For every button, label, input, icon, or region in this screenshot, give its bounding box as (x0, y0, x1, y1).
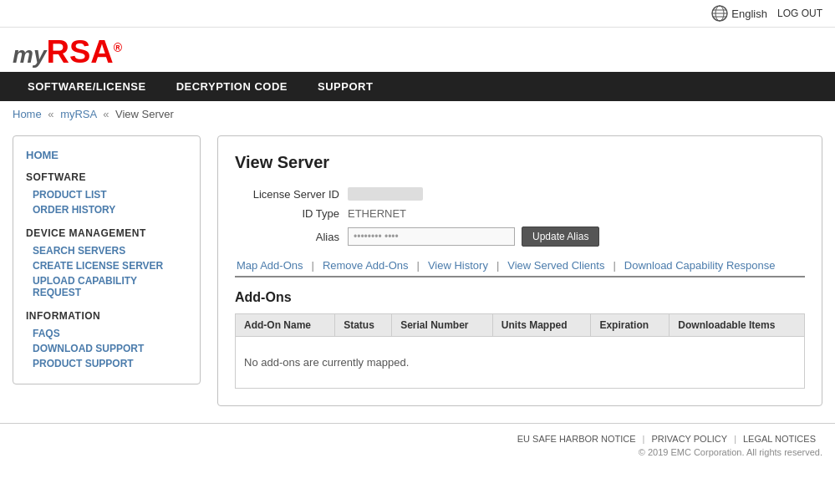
col-status: Status (335, 314, 392, 337)
top-bar: English LOG OUT (0, 0, 835, 28)
alias-row: Alias Update Alias (235, 227, 805, 247)
col-expiration: Expiration (591, 314, 670, 337)
logo-area: myRSA® (0, 28, 835, 72)
view-history-link[interactable]: View History (426, 259, 490, 272)
nav-support[interactable]: SUPPORT (303, 72, 388, 101)
action-links: Map Add-Ons | Remove Add-Ons | View Hist… (235, 259, 805, 277)
remove-addons-link[interactable]: Remove Add-Ons (321, 259, 410, 272)
no-addons-message: No add-ons are currently mapped. (244, 344, 796, 381)
language-selector[interactable]: English (711, 5, 767, 22)
sidebar-section-info-header: INFORMATION (26, 310, 187, 322)
license-server-id-value: •••••••• •••• (348, 187, 423, 201)
logout-link[interactable]: LOG OUT (777, 8, 822, 19)
map-addons-link[interactable]: Map Add-Ons (235, 259, 305, 272)
col-addon-name: Add-On Name (236, 314, 335, 337)
globe-icon (711, 5, 728, 22)
sidebar-item-upload-capability-request[interactable]: UPLOAD CAPABILITY REQUEST (26, 273, 187, 300)
breadcrumb-home[interactable]: Home (13, 108, 42, 120)
id-type-row: ID Type ETHERNET (235, 207, 805, 220)
sidebar-item-product-support[interactable]: PRODUCT SUPPORT (26, 356, 187, 371)
sidebar-item-order-history[interactable]: ORDER HISTORY (26, 202, 187, 217)
footer-privacy-policy[interactable]: PRIVACY POLICY (644, 434, 734, 444)
main-content: HOME SOFTWARE PRODUCT LIST ORDER HISTORY… (0, 127, 835, 423)
addons-table-header-row: Add-On Name Status Serial Number Units M… (236, 314, 805, 337)
update-alias-button[interactable]: Update Alias (522, 227, 599, 247)
col-downloadable-items: Downloadable Items (670, 314, 805, 337)
page-title: View Server (235, 153, 805, 172)
footer-links: EU SAFE HARBOR NOTICE | PRIVACY POLICY |… (13, 434, 822, 444)
top-bar-right: English LOG OUT (711, 5, 822, 22)
id-type-label: ID Type (235, 207, 348, 220)
footer-legal-notices[interactable]: LEGAL NOTICES (736, 434, 822, 444)
breadcrumb-myrsa[interactable]: myRSA (60, 108, 96, 120)
col-serial-number: Serial Number (392, 314, 493, 337)
sidebar-home[interactable]: HOME (26, 149, 187, 161)
download-capability-response-link[interactable]: Download Capability Response (623, 259, 777, 272)
alias-input[interactable] (348, 227, 515, 246)
footer-copyright: © 2019 EMC Corporation. All rights reser… (13, 447, 822, 457)
sidebar: HOME SOFTWARE PRODUCT LIST ORDER HISTORY… (13, 135, 201, 384)
view-served-clients-link[interactable]: View Served Clients (506, 259, 606, 272)
logo-reg: ® (114, 41, 122, 54)
breadcrumb-sep1: « (48, 108, 57, 120)
addons-title: Add-Ons (235, 290, 805, 305)
sidebar-item-download-support[interactable]: DOWNLOAD SUPPORT (26, 341, 187, 356)
nav-software-license[interactable]: SOFTWARE/LICENSE (13, 72, 161, 101)
license-server-id-label: License Server ID (235, 188, 348, 201)
logo: myRSA® (13, 36, 822, 68)
col-units-mapped: Units Mapped (492, 314, 591, 337)
logo-my: my (13, 42, 46, 68)
footer-eu-safe-harbor[interactable]: EU SAFE HARBOR NOTICE (511, 434, 643, 444)
id-type-value: ETHERNET (348, 207, 406, 220)
breadcrumb: Home « myRSA « View Server (0, 101, 835, 127)
breadcrumb-sep2: « (103, 108, 112, 120)
sidebar-item-create-license-server[interactable]: CREATE LICENSE SERVER (26, 258, 187, 273)
server-form: License Server ID •••••••• •••• ID Type … (235, 187, 805, 247)
license-server-id-row: License Server ID •••••••• •••• (235, 187, 805, 201)
logo-rsa: RSA (46, 34, 113, 69)
page-wrapper: English LOG OUT myRSA® SOFTWARE/LICENSE … (0, 0, 835, 504)
content-area: View Server License Server ID •••••••• •… (217, 135, 822, 406)
nav-decryption-code[interactable]: DECRYPTION CODE (161, 72, 303, 101)
sidebar-section-device-header: DEVICE MANAGEMENT (26, 227, 187, 239)
breadcrumb-current: View Server (115, 108, 174, 120)
sidebar-section-software-header: SOFTWARE (26, 171, 187, 183)
sidebar-item-search-servers[interactable]: SEARCH SERVERS (26, 243, 187, 258)
alias-label: Alias (235, 231, 348, 243)
no-addons-row: No add-ons are currently mapped. (236, 337, 805, 389)
language-label: English (731, 8, 767, 20)
addons-table: Add-On Name Status Serial Number Units M… (235, 313, 805, 389)
sidebar-item-product-list[interactable]: PRODUCT LIST (26, 187, 187, 202)
footer: EU SAFE HARBOR NOTICE | PRIVACY POLICY |… (0, 423, 835, 467)
nav-bar: SOFTWARE/LICENSE DECRYPTION CODE SUPPORT (0, 72, 835, 101)
sidebar-item-faqs[interactable]: FAQS (26, 326, 187, 341)
